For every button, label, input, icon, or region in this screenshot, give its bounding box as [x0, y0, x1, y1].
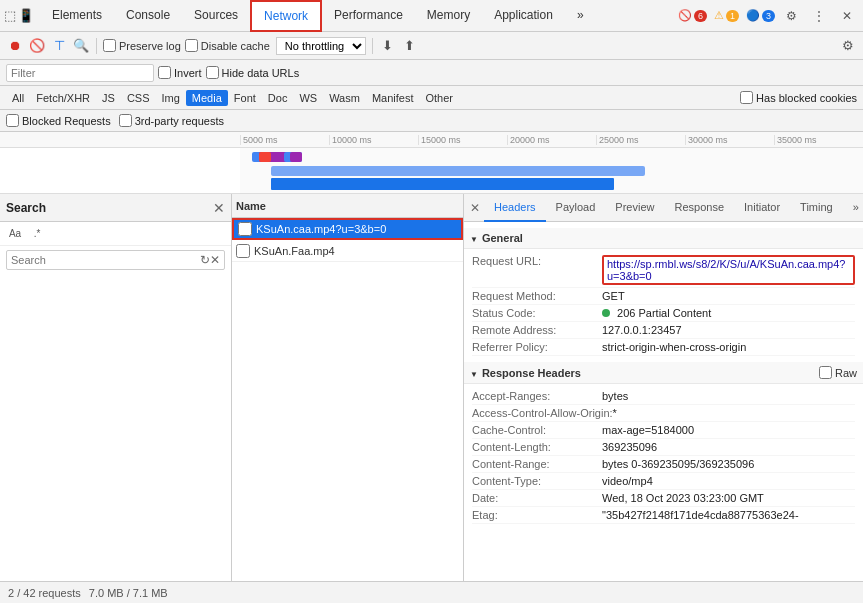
type-all[interactable]: All — [6, 90, 30, 106]
invert-checkbox[interactable] — [158, 66, 171, 79]
preserve-log-label[interactable]: Preserve log — [103, 39, 181, 52]
sep1 — [96, 38, 97, 54]
date-label: Date: — [472, 492, 602, 504]
tick-5: 25000 ms — [596, 135, 685, 145]
content-length-value: 369235096 — [602, 441, 855, 453]
type-manifest[interactable]: Manifest — [366, 90, 420, 106]
tab-sources[interactable]: Sources — [182, 0, 250, 32]
blocked-requests-label[interactable]: Blocked Requests — [6, 114, 111, 127]
content-range-value: bytes 0-369235095/369235096 — [602, 458, 855, 470]
settings-icon[interactable]: ⚙ — [779, 4, 803, 28]
settings-network-icon[interactable]: ⚙ — [839, 37, 857, 55]
filter-input[interactable] — [11, 67, 149, 79]
accept-ranges-row: Accept-Ranges: bytes — [472, 388, 855, 405]
general-section-title[interactable]: General — [464, 228, 863, 249]
type-wasm[interactable]: Wasm — [323, 90, 366, 106]
type-doc[interactable]: Doc — [262, 90, 294, 106]
request-checkbox-1[interactable] — [236, 244, 250, 258]
record-btn[interactable]: ⏺ — [6, 37, 24, 55]
import-icon[interactable]: ⬇ — [379, 37, 397, 55]
invert-label[interactable]: Invert — [158, 66, 202, 79]
headers-panel: ✕ Headers Payload Preview Response Initi… — [464, 194, 863, 581]
tab-performance[interactable]: Performance — [322, 0, 415, 32]
close-headers-btn[interactable]: ✕ — [470, 199, 480, 217]
type-js[interactable]: JS — [96, 90, 121, 106]
content-range-row: Content-Range: bytes 0-369235095/3692350… — [472, 456, 855, 473]
preserve-log-checkbox[interactable] — [103, 39, 116, 52]
cache-control-label: Cache-Control: — [472, 424, 602, 436]
more-icon[interactable]: ⋮ — [807, 4, 831, 28]
has-blocked-cookies-label[interactable]: Has blocked cookies — [740, 91, 857, 104]
search-close-btn[interactable]: ✕ — [213, 200, 225, 216]
export-icon[interactable]: ⬆ — [401, 37, 419, 55]
remote-address-row: Remote Address: 127.0.0.1:23457 — [472, 322, 855, 339]
request-method-row: Request Method: GET — [472, 288, 855, 305]
refresh-search-icon[interactable]: ↻ — [200, 253, 210, 267]
response-headers-chevron-icon — [470, 367, 478, 379]
info-badge: 🔵 3 — [746, 9, 775, 22]
hide-data-urls-checkbox[interactable] — [206, 66, 219, 79]
content-range-label: Content-Range: — [472, 458, 602, 470]
inspect-icon[interactable]: ⬚ — [4, 8, 16, 23]
third-party-label[interactable]: 3rd-party requests — [119, 114, 224, 127]
main-content: Search ✕ Aa .* ↻ ✕ Name KSuAn.caa.mp4?u=… — [0, 194, 863, 581]
tab-response[interactable]: Response — [664, 194, 734, 222]
tab-initiator[interactable]: Initiator — [734, 194, 790, 222]
disable-cache-label[interactable]: Disable cache — [185, 39, 270, 52]
type-other[interactable]: Other — [419, 90, 459, 106]
device-icon[interactable]: 📱 — [18, 8, 34, 23]
tab-elements[interactable]: Elements — [40, 0, 114, 32]
regex-btn[interactable]: .* — [28, 225, 46, 243]
filter-input-wrap[interactable] — [6, 64, 154, 82]
blocked-requests-checkbox[interactable] — [6, 114, 19, 127]
type-ws[interactable]: WS — [293, 90, 323, 106]
raw-checkbox-label[interactable]: Raw — [819, 366, 857, 379]
etag-row: Etag: "35b427f2148f171de4cda88775363e24- — [472, 507, 855, 524]
tab-headers-more[interactable]: » — [843, 194, 863, 222]
hide-data-urls-label[interactable]: Hide data URLs — [206, 66, 300, 79]
referrer-policy-row: Referrer Policy: strict-origin-when-cros… — [472, 339, 855, 356]
throttle-select[interactable]: No throttling — [276, 37, 366, 55]
clear-btn[interactable]: 🚫 — [28, 37, 46, 55]
acao-row: Access-Control-Allow-Origin: * — [472, 405, 855, 422]
request-row-1[interactable]: KSuAn.Faa.mp4 — [232, 240, 463, 262]
search-btn[interactable]: 🔍 — [72, 37, 90, 55]
tab-preview[interactable]: Preview — [605, 194, 664, 222]
size-info: 7.0 MB / 7.1 MB — [89, 587, 168, 599]
tab-timing[interactable]: Timing — [790, 194, 843, 222]
search-title: Search — [6, 201, 213, 215]
acao-label: Access-Control-Allow-Origin: — [472, 407, 613, 419]
request-checkbox-0[interactable] — [238, 222, 252, 236]
requests-count: 2 / 42 requests — [8, 587, 81, 599]
clear-search-icon[interactable]: ✕ — [210, 253, 220, 267]
tab-payload[interactable]: Payload — [546, 194, 606, 222]
type-img[interactable]: Img — [156, 90, 186, 106]
close-devtools-icon[interactable]: ✕ — [835, 4, 859, 28]
timeline-ruler: 5000 ms 10000 ms 15000 ms 20000 ms 25000… — [0, 132, 863, 148]
tab-memory[interactable]: Memory — [415, 0, 482, 32]
tab-headers[interactable]: Headers — [484, 194, 546, 222]
search-input[interactable] — [11, 254, 200, 266]
status-code-row: Status Code: 206 Partial Content — [472, 305, 855, 322]
tab-application[interactable]: Application — [482, 0, 565, 32]
third-party-checkbox[interactable] — [119, 114, 132, 127]
type-font[interactable]: Font — [228, 90, 262, 106]
has-blocked-cookies-checkbox[interactable] — [740, 91, 753, 104]
timeline-chart — [240, 148, 863, 194]
filter-icon[interactable]: ⊤ — [50, 37, 68, 55]
tab-network[interactable]: Network — [250, 0, 322, 32]
tick-3: 15000 ms — [418, 135, 507, 145]
case-sensitive-btn[interactable]: Aa — [6, 225, 24, 243]
raw-checkbox[interactable] — [819, 366, 832, 379]
disable-cache-checkbox[interactable] — [185, 39, 198, 52]
network-toolbar: ⏺ 🚫 ⊤ 🔍 Preserve log Disable cache No th… — [0, 32, 863, 60]
disable-cache-group: Disable cache — [185, 39, 270, 52]
tab-more[interactable]: » — [565, 0, 596, 32]
tab-console[interactable]: Console — [114, 0, 182, 32]
type-fetch-xhr[interactable]: Fetch/XHR — [30, 90, 96, 106]
request-row-0[interactable]: KSuAn.caa.mp4?u=3&b=0 — [232, 218, 463, 240]
type-media[interactable]: Media — [186, 90, 228, 106]
response-headers-section-title[interactable]: Response Headers Raw — [464, 362, 863, 384]
type-css[interactable]: CSS — [121, 90, 156, 106]
search-input-wrap[interactable]: ↻ ✕ — [6, 250, 225, 270]
